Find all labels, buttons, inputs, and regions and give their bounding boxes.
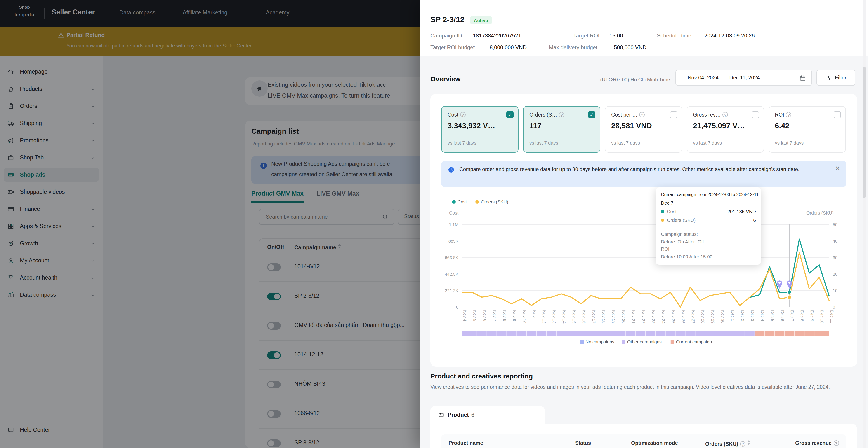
sort-icon[interactable] (747, 440, 750, 445)
tooltip-metric-row: Cost201,135 VND (661, 209, 756, 214)
product-column-optimization-mode[interactable]: Optimization mode (631, 440, 678, 446)
tooltip-metric-row: Orders (SKU)6 (661, 217, 756, 222)
products-table-card: Product nameStatusOptimization modeOrder… (430, 424, 857, 448)
product-tab-count: 6 (471, 412, 474, 418)
product-column-orders-sku-[interactable]: Orders (SKU)? (705, 440, 750, 447)
svg-text:Nov 7: Nov 7 (492, 310, 497, 321)
svg-text:40: 40 (833, 239, 837, 243)
svg-text:Dec 11: Dec 11 (830, 310, 834, 323)
help-question-icon[interactable]: ? (740, 441, 745, 447)
svg-text:Nov 26: Nov 26 (681, 310, 686, 323)
metric-checkbox[interactable]: ✓ (506, 111, 514, 118)
metric-value: 117 (529, 122, 541, 130)
chart-tooltip: Current campaign from 2024-12-03 to 2024… (655, 187, 761, 265)
svg-text:Nov 11: Nov 11 (532, 310, 537, 323)
metric-checkbox[interactable]: ✓ (588, 111, 595, 118)
metric-label: Gross rev…? (693, 112, 728, 117)
help-question-icon[interactable]: ? (723, 112, 728, 117)
svg-text:Nov 12: Nov 12 (542, 310, 547, 323)
metric-checkbox[interactable] (834, 111, 841, 118)
notice-text: Compare order and gross revenue data for… (459, 165, 833, 174)
series-dot (661, 218, 664, 221)
tab-product[interactable]: Product 6 (430, 406, 545, 424)
svg-text:Nov 9: Nov 9 (512, 310, 517, 321)
drawer-scrollbar-thumb[interactable] (863, 67, 866, 198)
svg-text:Nov 29: Nov 29 (710, 310, 715, 323)
metric-card-5[interactable]: ROI?6.42vs last 7 days - (769, 106, 846, 153)
help-question-icon[interactable]: ? (460, 112, 465, 117)
product-column-gross-revenue[interactable]: Gross revenue? (795, 440, 839, 446)
product-box-icon (438, 412, 444, 418)
svg-text:Other campaigns: Other campaigns (627, 339, 662, 344)
svg-text:Nov 24: Nov 24 (661, 310, 666, 323)
meta-label: Schedule time (657, 33, 691, 39)
metric-footnote: vs last 7 days - (447, 140, 479, 145)
svg-text:Dec 8: Dec 8 (800, 310, 804, 321)
metric-label: Cost per …? (611, 112, 645, 117)
svg-text:Dec 1: Dec 1 (730, 310, 735, 321)
metric-checkbox[interactable] (670, 111, 677, 118)
svg-text:221.3K: 221.3K (445, 288, 459, 293)
metric-card-3[interactable]: Cost per …?28,581 VNDvs last 7 days - (605, 106, 682, 153)
tooltip-status-line: Before:10.00 After:15.00 (661, 253, 756, 260)
svg-text:Nov 23: Nov 23 (651, 310, 656, 323)
meta-value: 1817384220267521 (473, 33, 521, 39)
meta-value: 8,000,000 VND (490, 44, 527, 50)
svg-text:442.5K: 442.5K (445, 272, 459, 277)
products-table-header: Product nameStatusOptimization modeOrder… (441, 435, 846, 448)
metric-label: ROI? (775, 112, 792, 117)
svg-text:Cost: Cost (449, 210, 459, 215)
svg-text:1.1M: 1.1M (449, 222, 458, 227)
product-column-product-name[interactable]: Product name (448, 440, 483, 446)
help-question-icon[interactable]: ? (833, 440, 839, 446)
help-question-icon[interactable]: ? (559, 112, 564, 117)
svg-text:Dec 9: Dec 9 (810, 310, 814, 321)
help-question-icon[interactable]: ? (639, 112, 645, 117)
svg-text:Nov 20: Nov 20 (621, 310, 626, 323)
product-tab-label: Product (447, 412, 469, 418)
meta-label: Target ROI (573, 33, 599, 39)
svg-text:Orders (SKU): Orders (SKU) (806, 210, 834, 215)
tooltip-date: Dec 7 (661, 200, 756, 205)
svg-text:Dec 3: Dec 3 (750, 310, 755, 321)
metric-footnote: vs last 7 days - (693, 140, 725, 145)
svg-text:Nov 25: Nov 25 (671, 310, 676, 323)
performance-chart[interactable]: 00221.3K10442.5K20663.8K30885K401.1M50Co… (430, 196, 857, 354)
svg-text:Current campaign: Current campaign (676, 339, 712, 344)
seller-center-app: Shop tokopedia Seller Center Data compas… (0, 0, 868, 448)
svg-text:No campaigns: No campaigns (585, 339, 614, 344)
metric-value: 21,475,097 V… (693, 122, 745, 130)
svg-text:50: 50 (833, 222, 837, 227)
svg-text:Dec 2: Dec 2 (740, 310, 745, 321)
products-reporting-heading: Product and creatives reporting (430, 372, 533, 380)
meta-value: 500,000 VND (614, 44, 647, 50)
metric-value: 3,343,932 V… (447, 122, 495, 130)
filter-button[interactable]: Filter (816, 70, 855, 86)
metric-value: 28,581 VND (611, 122, 652, 130)
svg-text:Nov 30: Nov 30 (720, 310, 725, 323)
help-question-icon[interactable]: ? (786, 112, 792, 117)
svg-text:Nov 15: Nov 15 (572, 310, 577, 323)
metric-card-2[interactable]: Orders (S…?✓117vs last 7 days - (523, 106, 600, 153)
svg-text:Nov 27: Nov 27 (691, 310, 695, 323)
metric-card-1[interactable]: Cost?✓3,343,932 V…vs last 7 days - (441, 106, 519, 153)
svg-text:Dec 7: Dec 7 (790, 310, 795, 321)
svg-text:Nov 14: Nov 14 (562, 310, 566, 323)
svg-text:Nov 13: Nov 13 (552, 310, 557, 323)
metric-value: 6.42 (775, 122, 789, 130)
tooltip-title: Current campaign from 2024-12-03 to 2024… (661, 192, 756, 197)
date-range-picker[interactable]: Nov 04, 2024 - Dec 11, 2024 (675, 70, 812, 86)
metric-checkbox[interactable] (752, 111, 759, 118)
svg-text:663.8K: 663.8K (445, 255, 459, 260)
svg-text:885K: 885K (448, 239, 459, 243)
product-column-status[interactable]: Status (575, 440, 591, 446)
status-badge: Active (470, 16, 492, 24)
tooltip-status-line: Before: On After: Off (661, 238, 756, 245)
close-notice-icon[interactable]: ✕ (835, 165, 840, 172)
metric-card-4[interactable]: Gross rev…?21,475,097 V…vs last 7 days - (687, 106, 764, 153)
svg-text:Dec 6: Dec 6 (780, 310, 785, 321)
svg-text:Nov 6: Nov 6 (483, 310, 487, 321)
filter-label: Filter (835, 75, 846, 80)
meta-value: 2024-12-03 09:20:26 (704, 33, 755, 39)
calendar-icon (799, 74, 806, 81)
